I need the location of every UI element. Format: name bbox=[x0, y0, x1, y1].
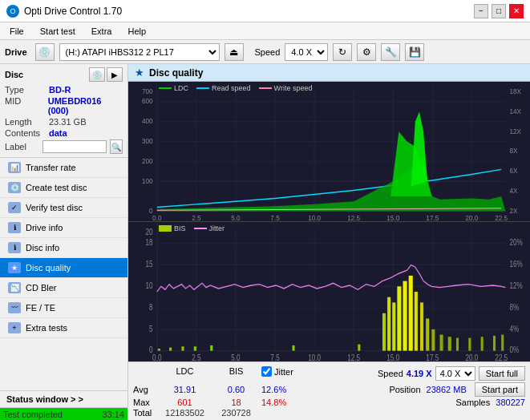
max-row-label: Max bbox=[133, 398, 156, 407]
menu-file[interactable]: File bbox=[6, 26, 27, 37]
sidebar-item-extra-tests[interactable]: + Extra tests bbox=[0, 318, 127, 338]
sidebar-item-create-test-disc[interactable]: 💿 Create test disc bbox=[0, 178, 127, 198]
main-area: Disc 💿 ▶ Type BD-R MID UMEBDR016 (000) L… bbox=[0, 64, 530, 420]
svg-text:8%: 8% bbox=[509, 302, 519, 312]
svg-rect-94 bbox=[409, 276, 413, 351]
maximize-button[interactable]: □ bbox=[492, 4, 506, 18]
disc-section: Disc 💿 ▶ Type BD-R MID UMEBDR016 (000) L… bbox=[0, 64, 127, 158]
disc-info-icon: ℹ bbox=[8, 242, 21, 253]
ldc-legend-color bbox=[159, 87, 172, 89]
svg-text:20%: 20% bbox=[509, 237, 523, 247]
verify-test-disc-icon: ✓ bbox=[8, 202, 21, 213]
start-part-button[interactable]: Start part bbox=[475, 382, 525, 397]
config-button1[interactable]: ⚙ bbox=[357, 43, 376, 61]
svg-text:12%: 12% bbox=[509, 281, 523, 290]
read-speed-legend-label: Read speed bbox=[212, 84, 251, 92]
close-button[interactable]: ✕ bbox=[509, 4, 524, 18]
menu-help[interactable]: Help bbox=[124, 26, 149, 37]
jitter-legend-label: Jitter bbox=[209, 224, 225, 232]
create-test-disc-icon: 💿 bbox=[8, 182, 21, 193]
svg-rect-102 bbox=[468, 338, 471, 351]
content-area: ★ Disc quality bbox=[128, 64, 530, 420]
sidebar-item-extra-tests-label: Extra tests bbox=[26, 323, 67, 333]
bis-max: 18 bbox=[214, 398, 258, 407]
menu-extra[interactable]: Extra bbox=[88, 26, 115, 37]
bis-total: 230728 bbox=[214, 408, 258, 418]
svg-rect-101 bbox=[456, 338, 459, 351]
contents-field-label: Contents bbox=[5, 128, 49, 138]
samples-row: Samples 380227 bbox=[455, 398, 525, 407]
app-title: Opti Drive Control 1.70 bbox=[24, 6, 122, 17]
svg-rect-104 bbox=[493, 336, 496, 351]
disc-icon-2[interactable]: ▶ bbox=[107, 67, 123, 82]
disc-quality-icon: ★ bbox=[8, 262, 21, 273]
bottom-chart-legend: BIS Jitter bbox=[159, 224, 225, 232]
jitter-max: 14.8% bbox=[261, 398, 326, 407]
label-input[interactable] bbox=[42, 140, 107, 153]
mid-field-label: MID bbox=[5, 96, 48, 115]
svg-text:2.5: 2.5 bbox=[192, 353, 200, 361]
chart-bottom: 0 5 8 10 15 18 20 0% 4% 8% 12% 16% 20% 0… bbox=[128, 222, 530, 361]
svg-rect-90 bbox=[387, 297, 390, 351]
sidebar-item-drive-info[interactable]: ℹ Drive info bbox=[0, 218, 127, 238]
svg-text:12X: 12X bbox=[509, 127, 521, 135]
write-speed-legend-color bbox=[259, 87, 272, 89]
write-speed-legend-label: Write speed bbox=[274, 84, 313, 92]
sidebar-item-verify-test-disc-label: Verify test disc bbox=[26, 203, 83, 212]
chart-top: 0 100 200 300 400 600 700 2X 4X 6X 8X 12… bbox=[128, 82, 530, 222]
eject-button[interactable]: ⏏ bbox=[225, 43, 244, 61]
svg-text:300: 300 bbox=[142, 136, 153, 145]
jitter-checkbox[interactable] bbox=[261, 366, 272, 377]
mid-field-value: UMEBDR016 (000) bbox=[48, 96, 123, 115]
sidebar-item-fe-te[interactable]: 〰 FE / TE bbox=[0, 298, 127, 318]
length-field-value: 23.31 GB bbox=[49, 117, 86, 127]
svg-rect-93 bbox=[403, 281, 407, 351]
sidebar-item-transfer-rate[interactable]: 📊 Transfer rate bbox=[0, 158, 127, 178]
speed-dropdown[interactable]: 4.0 X bbox=[435, 366, 475, 381]
save-button[interactable]: 💾 bbox=[405, 43, 424, 61]
svg-text:2.5: 2.5 bbox=[192, 213, 200, 221]
svg-rect-98 bbox=[431, 329, 435, 351]
sidebar-item-verify-test-disc[interactable]: ✓ Verify test disc bbox=[0, 198, 127, 218]
ldc-col-header: LDC bbox=[159, 366, 211, 376]
svg-rect-84 bbox=[181, 346, 184, 350]
status-window-button[interactable]: Status window > > bbox=[0, 390, 127, 407]
svg-text:700: 700 bbox=[142, 87, 153, 95]
refresh-button[interactable]: ↻ bbox=[333, 43, 352, 61]
drive-select[interactable]: (H:) ATAPI iHBS312 2 PL17 bbox=[59, 43, 220, 61]
sidebar: Disc 💿 ▶ Type BD-R MID UMEBDR016 (000) L… bbox=[0, 64, 128, 420]
minimize-button[interactable]: − bbox=[474, 4, 488, 18]
svg-rect-103 bbox=[481, 337, 483, 350]
svg-rect-87 bbox=[292, 345, 294, 351]
speed-select[interactable]: 4.0 X bbox=[285, 43, 328, 61]
svg-rect-82 bbox=[158, 349, 160, 351]
status-window-label: Status window > > bbox=[6, 394, 83, 404]
svg-text:0%: 0% bbox=[509, 345, 519, 354]
config-button2[interactable]: 🔧 bbox=[381, 43, 400, 61]
disc-icon-1[interactable]: 💿 bbox=[89, 67, 105, 82]
sidebar-item-drive-info-label: Drive info bbox=[26, 223, 63, 232]
sidebar-item-disc-quality[interactable]: ★ Disc quality bbox=[0, 258, 127, 278]
svg-rect-85 bbox=[194, 346, 196, 350]
svg-text:22.5: 22.5 bbox=[495, 353, 508, 361]
svg-rect-91 bbox=[392, 302, 395, 350]
sidebar-item-disc-info[interactable]: ℹ Disc info bbox=[0, 238, 127, 258]
ldc-avg: 31.91 bbox=[159, 385, 211, 394]
svg-text:10.0: 10.0 bbox=[308, 353, 321, 361]
svg-rect-92 bbox=[397, 286, 401, 350]
start-full-button[interactable]: Start full bbox=[479, 366, 525, 381]
svg-text:17.5: 17.5 bbox=[426, 353, 439, 361]
type-field-label: Type bbox=[5, 85, 49, 95]
drive-label: Drive bbox=[5, 47, 27, 57]
drive-icon-button[interactable]: 💿 bbox=[35, 43, 55, 61]
sidebar-item-cd-bler[interactable]: 📉 CD Bler bbox=[0, 278, 127, 298]
svg-rect-105 bbox=[501, 335, 504, 351]
svg-text:16%: 16% bbox=[509, 259, 523, 269]
svg-text:12.5: 12.5 bbox=[347, 353, 360, 361]
label-button[interactable]: 🔍 bbox=[110, 139, 123, 154]
menu-start-test[interactable]: Start test bbox=[37, 26, 79, 37]
ldc-legend-label: LDC bbox=[174, 84, 188, 92]
svg-text:15.0: 15.0 bbox=[386, 353, 399, 361]
sidebar-item-fe-te-label: FE / TE bbox=[26, 303, 55, 313]
app-icon: O bbox=[6, 5, 19, 18]
